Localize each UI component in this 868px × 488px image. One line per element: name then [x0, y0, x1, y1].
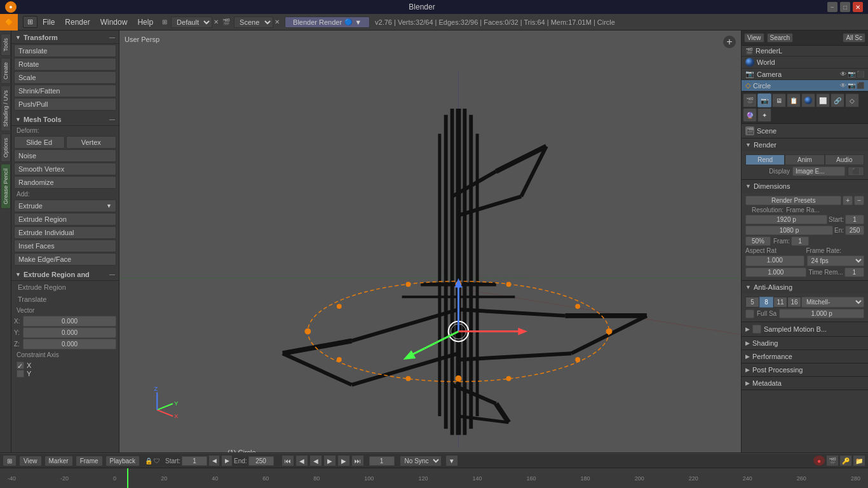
minimize-button[interactable]: − — [827, 2, 837, 12]
transform-header[interactable]: ▼ Transform — — [11, 32, 119, 44]
go-end-btn[interactable]: ⏭ — [351, 455, 364, 466]
material-icon-btn[interactable]: 🔮 — [743, 108, 757, 122]
aspect-x-field[interactable]: 1.000 — [745, 255, 804, 266]
right-view-btn[interactable]: View — [744, 33, 764, 43]
outliner-circle-cam[interactable]: 📷 — [848, 82, 855, 89]
menu-file[interactable]: File — [37, 16, 60, 29]
shrink-fatten-button[interactable]: Shrink/Fatten — [14, 85, 116, 97]
right-search-btn[interactable]: Search — [767, 33, 794, 43]
aspect-y-field[interactable]: 1.000 — [745, 268, 806, 277]
rotate-button[interactable]: Rotate — [14, 58, 116, 71]
record-btn[interactable]: ● — [813, 455, 825, 466]
y-input[interactable]: 0.000 — [23, 327, 116, 338]
side-tab-create[interactable]: Create — [1, 58, 11, 84]
extrude-region-collapse[interactable]: — — [109, 271, 115, 278]
transform-collapse[interactable]: — — [109, 34, 115, 41]
display-extra-btn[interactable]: ⬛ — [848, 166, 864, 176]
viewport[interactable]: User Persp + — [119, 30, 741, 488]
performance-header[interactable]: ▶ Performance — [742, 350, 868, 363]
aa-num-5[interactable]: 5 — [745, 297, 759, 308]
constraints-icon-btn[interactable]: 🔗 — [831, 93, 844, 107]
sync-arrow-btn[interactable]: ▼ — [445, 455, 458, 466]
tl-end-input[interactable]: 250 — [248, 456, 274, 466]
aa-num-16[interactable]: 16 — [787, 297, 801, 308]
mesh-tools-header[interactable]: ▼ Mesh Tools — — [11, 114, 119, 126]
tl-next-btn[interactable]: ▶ — [221, 455, 233, 466]
randomize-button[interactable]: Randomize — [14, 176, 116, 189]
render-presets-remove[interactable]: − — [854, 196, 864, 205]
render-presets-add[interactable]: + — [843, 196, 853, 205]
menu-help[interactable]: Help — [132, 16, 158, 29]
right-all-sc-btn[interactable]: All Sc — [843, 33, 865, 43]
mesh-tools-collapse[interactable]: — — [109, 116, 115, 123]
axis-x-checkbox[interactable]: ✓ — [17, 362, 24, 369]
timeline-type-btn[interactable]: ⊞ — [3, 455, 17, 466]
vertex-button[interactable]: Vertex — [66, 136, 117, 149]
play-btn[interactable]: ▶ — [323, 455, 336, 466]
z-input[interactable]: 0.000 — [23, 339, 116, 349]
slide-edge-button[interactable]: Slide Ed — [14, 136, 65, 149]
render-collapse-header[interactable]: ▼ Render — [742, 139, 868, 151]
tl-view-btn[interactable]: View — [19, 456, 42, 466]
outliner-camera-eye[interactable]: 👁 — [840, 71, 846, 78]
outliner-circle-render[interactable]: ⬛ — [857, 82, 864, 89]
tl-start-input[interactable]: 1 — [182, 456, 207, 466]
output-btn[interactable]: 📁 — [853, 455, 865, 466]
extrude-region-header[interactable]: ▼ Extrude Region and — — [11, 269, 119, 281]
translate-button[interactable]: Translate — [14, 44, 116, 57]
tl-frame-btn[interactable]: Frame — [76, 456, 103, 466]
fps-select[interactable]: 24 fps — [807, 255, 865, 266]
percent-field[interactable]: 50% — [745, 236, 771, 246]
menu-window[interactable]: Window — [95, 16, 133, 29]
tl-playback-btn[interactable]: Playback — [105, 456, 140, 466]
go-start-btn[interactable]: ⏮ — [281, 455, 294, 466]
post-processing-header[interactable]: ▶ Post Processing — [742, 363, 868, 376]
rend-tab[interactable]: Rend — [745, 154, 785, 165]
close-button[interactable]: ✕ — [853, 2, 863, 12]
prev-frame-btn[interactable]: ◀ — [295, 455, 308, 466]
make-edge-face-button[interactable]: Make Edge/Face — [14, 253, 116, 266]
editor-type-selector[interactable]: ⊞ — [23, 16, 37, 28]
sync-selector[interactable]: No Sync — [400, 456, 442, 466]
render-engine-selector[interactable]: Blender Render 🔵 ▼ — [285, 17, 370, 28]
outliner-circle-eye[interactable]: 👁 — [840, 82, 846, 89]
maximize-button[interactable]: □ — [840, 2, 850, 12]
outliner-camera[interactable]: 📷 Camera 👁 📷 ⬛ — [742, 69, 868, 80]
frame-input[interactable]: 1 — [791, 236, 809, 246]
sampled-motion-checkbox[interactable] — [752, 325, 761, 334]
outliner-world[interactable]: World — [742, 57, 868, 69]
res-x-input[interactable]: 1920 p — [745, 215, 827, 224]
scene-icon-btn[interactable]: 🎬 — [743, 93, 757, 107]
axis-y-checkbox[interactable] — [17, 370, 24, 377]
end-frame-input[interactable]: 250 — [845, 226, 864, 235]
keying-btn[interactable]: 🔑 — [839, 455, 852, 466]
aa-filter-select[interactable]: Mitchell- — [801, 297, 864, 308]
push-pull-button[interactable]: Push/Pull — [14, 98, 116, 111]
anim-tab[interactable]: Anim — [785, 154, 824, 165]
current-frame-input[interactable]: 1 — [369, 456, 395, 466]
next-frame-btn[interactable]: ▶ — [337, 455, 350, 466]
side-tab-tools[interactable]: Tools — [1, 34, 11, 56]
menu-render[interactable]: Render — [60, 16, 95, 29]
tl-prev-btn[interactable]: ◀ — [208, 455, 220, 466]
shading-header[interactable]: ▶ Shading — [742, 337, 868, 349]
full-sa-checkbox[interactable] — [745, 309, 754, 318]
outliner-renderl[interactable]: 🎬 RenderL — [742, 46, 868, 57]
noise-button[interactable]: Noise — [14, 149, 116, 162]
res-y-input[interactable]: 1080 p — [745, 226, 833, 235]
record-mode-btn[interactable]: 🎬 — [826, 455, 839, 466]
extrude-individual-button[interactable]: Extrude Individual — [14, 226, 116, 239]
sampled-motion-header[interactable]: ▶ Sampled Motion B... — [742, 322, 868, 336]
time-rem-val[interactable]: 1 — [844, 268, 864, 277]
side-tab-grease[interactable]: Grease Pencil — [1, 164, 11, 209]
particles-icon-btn[interactable]: ✦ — [757, 108, 771, 122]
aa-header[interactable]: ▼ Anti-Aliasing — [742, 281, 868, 294]
outliner-circle[interactable]: ◇ Circle 👁 📷 ⬛ — [742, 80, 868, 92]
side-tab-options[interactable]: Options — [1, 133, 11, 162]
full-sa-value[interactable]: 1.000 p — [779, 309, 864, 318]
screen-selector[interactable]: Default — [171, 17, 212, 28]
side-tab-shading[interactable]: Shading / UVs — [1, 86, 11, 132]
scale-button[interactable]: Scale — [14, 71, 116, 84]
render-icon-btn[interactable]: 📷 — [757, 93, 771, 107]
render-presets-btn[interactable]: Render Presets — [745, 196, 841, 205]
